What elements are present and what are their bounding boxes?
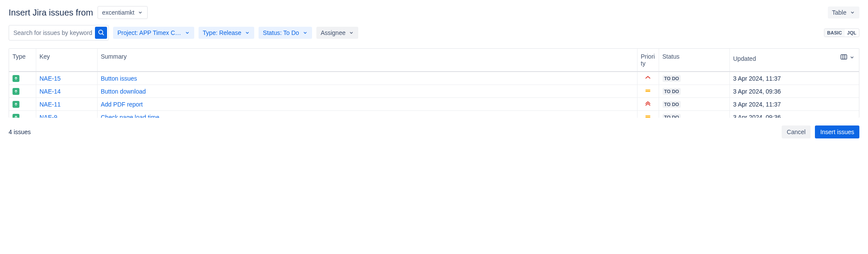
search-icon	[98, 29, 104, 37]
priority-icon	[644, 88, 651, 95]
filter-assignee[interactable]: Assignee	[316, 27, 359, 39]
jira-site-select[interactable]: excentiamkt	[98, 6, 148, 19]
updated-value: 3 Apr 2024, 11:37	[733, 75, 781, 82]
table-row[interactable]: NAE-14Button downloadTO DO3 Apr 2024, 09…	[9, 85, 859, 98]
chevron-down-icon	[245, 30, 250, 35]
status-badge: TO DO	[663, 88, 681, 95]
jira-site-label: excentiamkt	[102, 9, 135, 16]
table-row[interactable]: NAE-9Check page load timeTO DO3 Apr 2024…	[9, 111, 859, 118]
issue-summary-link[interactable]: Check page load time	[101, 114, 159, 118]
view-mode-label: Table	[832, 9, 846, 16]
updated-value: 3 Apr 2024, 09:36	[733, 88, 781, 95]
mode-jql[interactable]: JQL	[845, 29, 859, 37]
issue-key-link[interactable]: NAE-14	[40, 88, 61, 95]
col-header-updated-label: Updated	[733, 55, 756, 62]
issues-table-scroll[interactable]: Type Key Summary Priority Status Updated	[9, 49, 859, 118]
dialog-title: Insert Jira issues from	[9, 8, 93, 18]
chevron-down-icon	[303, 30, 308, 35]
issue-summary-link[interactable]: Button issues	[101, 75, 137, 82]
col-header-status[interactable]: Status	[659, 49, 729, 72]
priority-icon	[644, 114, 651, 118]
filter-status[interactable]: Status: To Do	[259, 27, 312, 39]
issue-type-icon	[13, 101, 19, 108]
priority-icon	[644, 75, 651, 82]
status-badge: TO DO	[663, 75, 681, 82]
query-mode-toggle[interactable]: BASIC JQL	[824, 28, 859, 37]
issue-type-icon	[13, 88, 19, 95]
chevron-down-icon	[349, 30, 354, 35]
search-field[interactable]	[9, 25, 109, 41]
chevron-down-icon	[849, 54, 855, 61]
priority-icon	[644, 101, 651, 108]
search-input[interactable]	[13, 29, 95, 37]
filter-status-label: Status: To Do	[263, 29, 299, 36]
svg-line-1	[102, 34, 104, 35]
filter-project[interactable]: Project: APP Timex C…	[113, 27, 194, 39]
chevron-down-icon	[850, 10, 855, 15]
filter-type[interactable]: Type: Release	[199, 27, 255, 39]
insert-issues-button[interactable]: Insert issues	[815, 125, 859, 138]
filter-assignee-label: Assignee	[321, 29, 346, 36]
status-badge: TO DO	[663, 114, 681, 118]
column-picker-button[interactable]	[840, 53, 855, 62]
issues-table: Type Key Summary Priority Status Updated	[9, 49, 859, 118]
updated-value: 3 Apr 2024, 09:36	[733, 114, 781, 118]
col-header-type[interactable]: Type	[9, 49, 36, 72]
issue-type-icon	[13, 75, 19, 82]
table-row[interactable]: NAE-15Button issuesTO DO3 Apr 2024, 11:3…	[9, 72, 859, 85]
col-header-summary[interactable]: Summary	[97, 49, 637, 72]
columns-icon	[840, 53, 848, 62]
cancel-button[interactable]: Cancel	[782, 125, 811, 138]
table-row[interactable]: NAE-11Add PDF reportTO DO3 Apr 2024, 11:…	[9, 98, 859, 111]
status-badge: TO DO	[663, 101, 681, 108]
col-header-updated[interactable]: Updated	[729, 49, 859, 72]
issue-type-icon	[13, 114, 19, 118]
issue-key-link[interactable]: NAE-11	[40, 101, 61, 108]
svg-rect-2	[841, 55, 847, 60]
issue-summary-link[interactable]: Button download	[101, 88, 146, 95]
filter-project-label: Project: APP Timex C…	[117, 29, 181, 36]
chevron-down-icon	[185, 30, 190, 35]
search-button[interactable]	[95, 27, 107, 39]
issue-summary-link[interactable]: Add PDF report	[101, 101, 143, 108]
col-header-priority[interactable]: Priority	[637, 49, 659, 72]
view-mode-select[interactable]: Table	[828, 6, 859, 19]
issue-key-link[interactable]: NAE-9	[40, 114, 57, 118]
filter-type-label: Type: Release	[203, 29, 242, 36]
chevron-down-icon	[138, 10, 143, 15]
mode-basic[interactable]: BASIC	[824, 29, 844, 37]
issue-count: 4 issues	[9, 129, 31, 135]
issue-key-link[interactable]: NAE-15	[40, 75, 61, 82]
updated-value: 3 Apr 2024, 11:37	[733, 101, 781, 108]
col-header-key[interactable]: Key	[36, 49, 97, 72]
